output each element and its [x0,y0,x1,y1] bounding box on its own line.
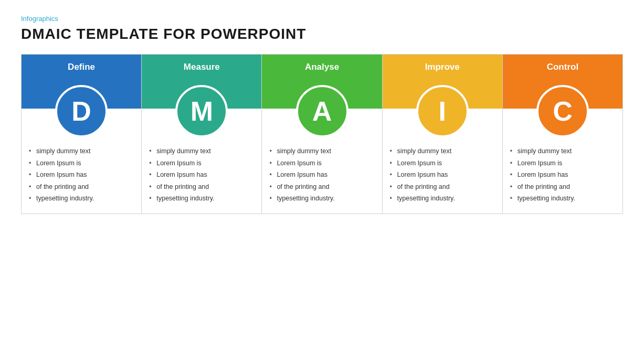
list-item: Lorem Ipsum has [149,171,254,180]
bullet-list-improve: simply dummy textLorem Ipsum isLorem Ips… [390,147,495,204]
list-item: Lorem Ipsum has [510,171,615,180]
list-item: typesetting industry. [269,194,374,204]
list-item: Lorem Ipsum is [149,159,254,168]
bullet-list-measure: simply dummy textLorem Ipsum isLorem Ips… [149,147,254,204]
circle-measure: M [175,85,228,137]
dmaic-col-control: ControlCsimply dummy textLorem Ipsum isL… [503,55,622,214]
list-item: Lorem Ipsum is [269,159,374,168]
circle-control: C [536,85,589,137]
list-item: of the printing and [269,183,374,192]
list-item: Lorem Ipsum has [29,171,134,180]
col-header-control: Control [503,55,622,80]
list-item: typesetting industry. [29,194,134,204]
col-header-define: Define [22,55,141,80]
col-content-improve: simply dummy textLorem Ipsum isLorem Ips… [383,137,502,214]
col-header-measure: Measure [142,55,261,80]
circle-letter-control: C [553,95,573,127]
circle-letter-analyse: A [312,95,332,127]
list-item: typesetting industry. [510,194,615,204]
circle-area-analyse: A [262,80,382,137]
list-item: typesetting industry. [390,194,495,204]
circle-area-control: C [503,80,622,137]
category-label: Infographics [21,15,623,23]
circle-area-measure: M [142,80,261,137]
circle-area-define: D [22,80,141,137]
circle-letter-measure: M [191,95,213,127]
page-wrapper: Infographics DMAIC TEMPLATE FOR POWERPOI… [0,0,644,225]
col-content-measure: simply dummy textLorem Ipsum isLorem Ips… [142,137,261,214]
list-item: of the printing and [149,183,254,192]
list-item: of the printing and [29,183,134,192]
list-item: Lorem Ipsum is [390,159,495,168]
col-content-control: simply dummy textLorem Ipsum isLorem Ips… [503,137,622,214]
bullet-list-control: simply dummy textLorem Ipsum isLorem Ips… [510,147,615,204]
bullet-list-analyse: simply dummy textLorem Ipsum isLorem Ips… [269,147,374,204]
col-header-improve: Improve [383,55,502,80]
list-item: of the printing and [390,183,495,192]
circle-improve: I [416,85,469,137]
page-title: DMAIC TEMPLATE FOR POWERPOINT [21,26,623,42]
list-item: simply dummy text [390,147,495,156]
list-item: Lorem Ipsum has [390,171,495,180]
dmaic-col-improve: ImproveIsimply dummy textLorem Ipsum isL… [383,55,503,214]
list-item: typesetting industry. [149,194,254,204]
list-item: simply dummy text [29,147,134,156]
list-item: Lorem Ipsum has [269,171,374,180]
dmaic-col-measure: MeasureMsimply dummy textLorem Ipsum isL… [142,55,262,214]
bullet-list-define: simply dummy textLorem Ipsum isLorem Ips… [29,147,134,204]
col-content-define: simply dummy textLorem Ipsum isLorem Ips… [22,137,141,214]
list-item: simply dummy text [149,147,254,156]
circle-letter-define: D [71,95,91,127]
dmaic-col-define: DefineDsimply dummy textLorem Ipsum isLo… [22,55,142,214]
circle-area-improve: I [383,80,502,137]
circle-analyse: A [296,85,349,137]
list-item: simply dummy text [269,147,374,156]
list-item: of the printing and [510,183,615,192]
dmaic-col-analyse: AnalyseAsimply dummy textLorem Ipsum isL… [262,55,382,214]
col-content-analyse: simply dummy textLorem Ipsum isLorem Ips… [262,137,382,214]
dmaic-container: DefineDsimply dummy textLorem Ipsum isLo… [21,54,623,214]
list-item: Lorem Ipsum is [510,159,615,168]
circle-define: D [55,85,108,137]
circle-letter-improve: I [438,95,446,127]
list-item: simply dummy text [510,147,615,156]
col-header-analyse: Analyse [262,55,382,80]
list-item: Lorem Ipsum is [29,159,134,168]
